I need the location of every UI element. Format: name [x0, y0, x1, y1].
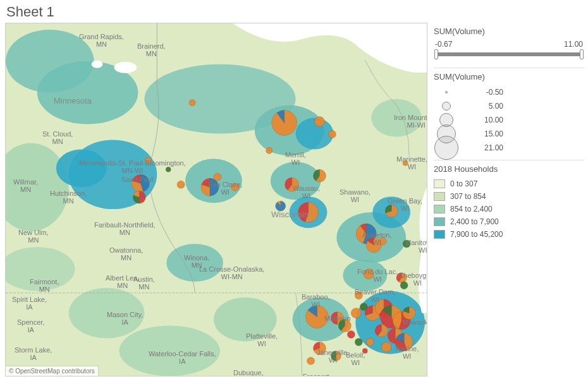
map-mark[interactable]: [403, 240, 410, 248]
map-mark[interactable]: [314, 342, 326, 354]
size-swatch: [434, 91, 459, 93]
map-mark[interactable]: [231, 183, 239, 191]
size-legend-body: -0.505.0010.0015.0021.00: [434, 85, 584, 155]
sheet-title: Sheet 1: [0, 0, 588, 23]
svg-point-24: [114, 62, 137, 73]
size-legend-row[interactable]: 5.00: [434, 99, 584, 113]
svg-point-21: [119, 326, 220, 376]
svg-point-29: [266, 147, 273, 153]
map-mark[interactable]: [351, 308, 361, 318]
slider-handle-max[interactable]: [580, 49, 584, 59]
map-mark[interactable]: [314, 169, 326, 182]
map-mark[interactable]: [379, 238, 386, 245]
slider-min-label: -0.67: [435, 40, 452, 49]
color-swatch: [434, 179, 445, 188]
map-mark[interactable]: [307, 357, 315, 364]
slider-range-labels: -0.67 11.00: [434, 40, 584, 50]
slider-max-label: 11.00: [564, 40, 583, 49]
map-mark[interactable]: [403, 307, 415, 320]
map-mark[interactable]: [133, 191, 145, 203]
map-mark[interactable]: [132, 174, 149, 192]
color-legend-body: 0 to 307307 to 854854 to 2,4002,400 to 7…: [434, 177, 584, 241]
map-mark[interactable]: [366, 338, 374, 346]
svg-point-6: [56, 149, 107, 187]
svg-point-38: [364, 269, 374, 279]
svg-point-36: [379, 238, 386, 245]
svg-point-28: [328, 130, 336, 138]
map-mark[interactable]: [328, 130, 336, 138]
map-mark[interactable]: [266, 147, 273, 153]
map-mark[interactable]: [362, 348, 367, 353]
color-legend-label: 307 to 854: [450, 192, 486, 201]
color-legend-card: 2018 Households 0 to 307307 to 854854 to…: [434, 160, 584, 241]
map-mark[interactable]: [347, 331, 355, 339]
color-legend-title: 2018 Households: [434, 164, 584, 174]
svg-point-35: [403, 160, 408, 165]
map-mark[interactable]: [306, 306, 329, 328]
svg-point-40: [355, 292, 362, 299]
map-mark[interactable]: [276, 201, 286, 211]
volume-slider[interactable]: [436, 52, 582, 56]
size-swatch: [434, 136, 459, 160]
choropleth-layer: [6, 23, 427, 376]
svg-point-32: [177, 181, 185, 188]
map-mark[interactable]: [315, 117, 325, 127]
map-mark[interactable]: [272, 111, 297, 136]
color-swatch: [434, 205, 445, 214]
legend-panel: SUM(Volume) -0.67 11.00 SUM(Volume) -0.5…: [427, 23, 588, 379]
map-mark[interactable]: [396, 273, 407, 283]
map-mark[interactable]: [385, 205, 398, 217]
size-legend-row[interactable]: 21.00: [434, 141, 584, 155]
map-mark[interactable]: [201, 178, 219, 196]
svg-point-26: [189, 100, 195, 106]
svg-point-20: [69, 288, 145, 339]
map-mark[interactable]: [375, 325, 388, 337]
svg-point-37: [403, 240, 410, 248]
svg-point-30: [145, 157, 151, 164]
svg-point-39: [400, 282, 408, 289]
slider-handle-min[interactable]: [434, 49, 438, 59]
color-swatch: [434, 192, 445, 201]
map-mark[interactable]: [355, 292, 362, 299]
map-mark[interactable]: [403, 160, 408, 165]
main-area: MinnesotaWisconsinGrand Rapids,MNBrainer…: [0, 23, 588, 379]
svg-point-34: [231, 183, 239, 191]
volume-slider-title: SUM(Volume): [434, 27, 584, 36]
size-legend-label: 10.00: [465, 116, 503, 124]
size-legend-title: SUM(Volume): [434, 72, 584, 81]
map-mark[interactable]: [364, 269, 374, 279]
map-mark[interactable]: [177, 181, 185, 188]
map-mark[interactable]: [355, 338, 362, 346]
size-legend-row[interactable]: -0.50: [434, 85, 584, 99]
map-mark[interactable]: [395, 334, 413, 351]
color-swatch: [434, 230, 445, 239]
color-legend-label: 2,400 to 7,900: [450, 217, 499, 226]
svg-point-31: [166, 167, 171, 172]
size-legend-label: 21.00: [465, 143, 503, 152]
map-mark[interactable]: [338, 320, 351, 332]
volume-slider-card: SUM(Volume) -0.67 11.00: [434, 23, 584, 63]
map-mark[interactable]: [298, 202, 319, 222]
svg-point-41: [351, 308, 361, 318]
color-legend-row[interactable]: 2,400 to 7,900: [434, 215, 584, 228]
map-mark[interactable]: [189, 100, 195, 106]
map-mark[interactable]: [381, 342, 391, 352]
map-mark[interactable]: [166, 167, 171, 172]
map-mark[interactable]: [400, 282, 408, 289]
color-legend-row[interactable]: 0 to 307: [434, 177, 584, 190]
map-mark[interactable]: [145, 157, 151, 164]
size-legend-label: -0.50: [465, 88, 503, 97]
map-svg: [6, 23, 427, 376]
map-mark[interactable]: [285, 177, 299, 191]
map-viz[interactable]: MinnesotaWisconsinGrand Rapids,MNBrainer…: [5, 23, 427, 376]
size-legend-label: 15.00: [465, 129, 503, 138]
map-mark[interactable]: [214, 173, 221, 181]
color-legend-row[interactable]: 854 to 2,400: [434, 203, 584, 215]
map-attribution: © OpenStreetMap contributors: [6, 366, 99, 376]
color-legend-row[interactable]: 7,900 to 45,200: [434, 228, 584, 241]
map-mark[interactable]: [331, 351, 341, 361]
size-swatch: [434, 102, 459, 111]
color-swatch: [434, 217, 445, 226]
svg-point-45: [355, 338, 362, 346]
color-legend-row[interactable]: 307 to 854: [434, 190, 584, 203]
